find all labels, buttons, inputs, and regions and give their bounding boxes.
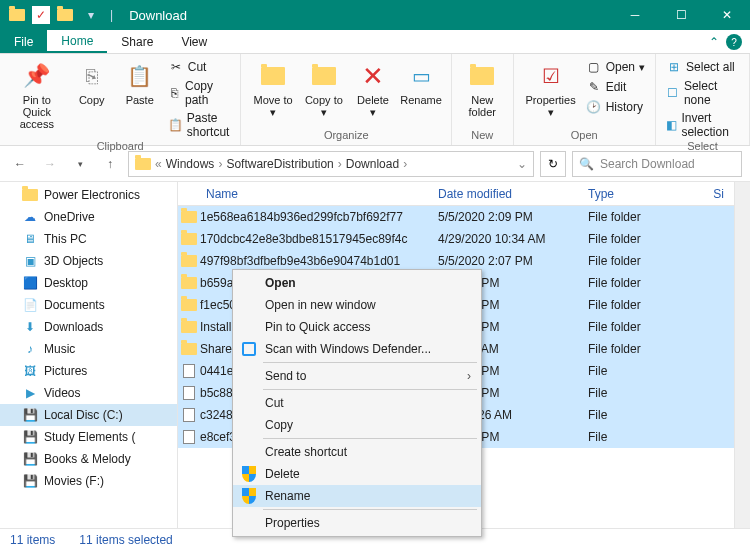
ctx-scan-defender[interactable]: Scan with Windows Defender... <box>233 338 481 360</box>
breadcrumb-windows[interactable]: Windows <box>166 157 215 171</box>
col-size[interactable]: Si <box>688 187 734 201</box>
new-folder-button[interactable]: New folder <box>460 58 505 120</box>
tab-home[interactable]: Home <box>47 30 107 53</box>
help-icon[interactable]: ? <box>726 34 742 50</box>
sidebar-item[interactable]: ⬇Downloads <box>0 316 177 338</box>
cut-button[interactable]: ✂Cut <box>166 58 233 76</box>
edit-button[interactable]: ✎Edit <box>584 78 647 96</box>
tab-share[interactable]: Share <box>107 30 167 53</box>
col-name[interactable]: Name <box>178 187 438 201</box>
sidebar-item[interactable]: 🖥This PC <box>0 228 177 250</box>
ctx-send-to[interactable]: Send to› <box>233 365 481 387</box>
sidebar-item[interactable]: ♪Music <box>0 338 177 360</box>
sidebar-item[interactable]: 🟦Desktop <box>0 272 177 294</box>
qat-folder-icon[interactable] <box>54 4 76 26</box>
ctx-create-shortcut[interactable]: Create shortcut <box>233 441 481 463</box>
refresh-button[interactable]: ↻ <box>540 151 566 177</box>
search-input[interactable]: 🔍 Search Download <box>572 151 742 177</box>
folder-icon <box>178 211 200 223</box>
sidebar-item[interactable]: Power Electronics <box>0 184 177 206</box>
pc-icon: 🖥 <box>22 231 38 247</box>
file-type: File folder <box>588 254 688 268</box>
folder-icon <box>178 277 200 289</box>
close-button[interactable]: ✕ <box>704 0 750 30</box>
qat-dropdown-icon[interactable]: ▾ <box>80 4 102 26</box>
history-button[interactable]: 🕑History <box>584 98 647 116</box>
breadcrumb-softwaredistribution[interactable]: SoftwareDistribution <box>226 157 333 171</box>
desktop-icon: 🟦 <box>22 275 38 291</box>
ctx-open[interactable]: Open <box>233 272 481 294</box>
rename-button[interactable]: ▭Rename <box>399 58 443 108</box>
sidebar-item[interactable]: 📄Documents <box>0 294 177 316</box>
copy-button[interactable]: ⎘Copy <box>70 58 114 108</box>
sidebar-item[interactable]: ☁OneDrive <box>0 206 177 228</box>
sidebar-item[interactable]: 💾Local Disc (C:) <box>0 404 177 426</box>
ctx-copy[interactable]: Copy <box>233 414 481 436</box>
sidebar-item[interactable]: 🖼Pictures <box>0 360 177 382</box>
search-icon: 🔍 <box>579 157 594 171</box>
ctx-open-new-window[interactable]: Open in new window <box>233 294 481 316</box>
minimize-button[interactable]: ─ <box>612 0 658 30</box>
group-open-label: Open <box>522 129 648 141</box>
sidebar-item-label: 3D Objects <box>44 254 103 268</box>
shield-icon <box>241 466 257 482</box>
folder-icon <box>178 255 200 267</box>
col-type[interactable]: Type <box>588 187 688 201</box>
forward-button[interactable]: → <box>38 152 62 176</box>
file-name: 1e568ea6184b936ed299fcb7bf692f77 <box>200 210 438 224</box>
file-date: 4/29/2020 10:34 AM <box>438 232 588 246</box>
address-bar[interactable]: « Windows› SoftwareDistribution› Downloa… <box>128 151 534 177</box>
sidebar-item[interactable]: ▣3D Objects <box>0 250 177 272</box>
col-date[interactable]: Date modified <box>438 187 588 201</box>
vertical-scrollbar[interactable] <box>734 182 750 528</box>
delete-button[interactable]: ✕Delete ▾ <box>351 58 395 120</box>
paste-button[interactable]: 📋Paste <box>118 58 162 108</box>
tab-view[interactable]: View <box>167 30 221 53</box>
copy-to-button[interactable]: Copy to ▾ <box>301 58 347 120</box>
invert-selection-button[interactable]: ◧Invert selection <box>664 110 741 140</box>
qat-checkbox-icon[interactable]: ✓ <box>32 6 50 24</box>
sidebar-item-label: This PC <box>44 232 87 246</box>
recent-dropdown-icon[interactable]: ▾ <box>68 152 92 176</box>
ctx-pin-quick-access[interactable]: Pin to Quick access <box>233 316 481 338</box>
file-icon <box>178 430 200 444</box>
file-type: File <box>588 430 688 444</box>
breadcrumb-download[interactable]: Download <box>346 157 399 171</box>
titlebar: ✓ ▾ | Download ─ ☐ ✕ <box>0 0 750 30</box>
properties-button[interactable]: ☑Properties ▾ <box>522 58 580 120</box>
copy-path-button[interactable]: ⎘Copy path <box>166 78 233 108</box>
table-row[interactable]: 170dcbc42e8e3bdbe81517945ec89f4c4/29/202… <box>178 228 734 250</box>
sidebar-item[interactable]: 💾Study Elements ( <box>0 426 177 448</box>
file-date: 5/5/2020 2:07 PM <box>438 254 588 268</box>
ctx-cut[interactable]: Cut <box>233 392 481 414</box>
sidebar-item-label: Music <box>44 342 75 356</box>
sidebar-item[interactable]: ▶Videos <box>0 382 177 404</box>
folder-icon <box>178 299 200 311</box>
move-to-button[interactable]: Move to ▾ <box>249 58 296 120</box>
folder-icon <box>178 343 200 355</box>
ctx-delete[interactable]: Delete <box>233 463 481 485</box>
select-none-button[interactable]: ☐Select none <box>664 78 741 108</box>
table-row[interactable]: 1e568ea6184b936ed299fcb7bf692f775/5/2020… <box>178 206 734 228</box>
back-button[interactable]: ← <box>8 152 32 176</box>
disk-icon: 💾 <box>22 429 38 445</box>
sidebar-item[interactable]: 💾Books & Melody <box>0 448 177 470</box>
file-date: 5/5/2020 2:09 PM <box>438 210 588 224</box>
select-all-button[interactable]: ⊞Select all <box>664 58 741 76</box>
status-selected: 11 items selected <box>79 533 172 547</box>
open-button[interactable]: ▢Open ▾ <box>584 58 647 76</box>
paste-shortcut-button[interactable]: 📋Paste shortcut <box>166 110 233 140</box>
sidebar-item[interactable]: 💾Movies (F:) <box>0 470 177 492</box>
sidebar-item-label: Local Disc (C:) <box>44 408 123 422</box>
sidebar-item-label: Pictures <box>44 364 87 378</box>
up-button[interactable]: ↑ <box>98 152 122 176</box>
vid-icon: ▶ <box>22 385 38 401</box>
maximize-button[interactable]: ☐ <box>658 0 704 30</box>
disk-icon: 💾 <box>22 473 38 489</box>
ribbon-collapse-icon[interactable]: ⌃ <box>702 30 726 53</box>
tab-file[interactable]: File <box>0 30 47 53</box>
doc-icon: 📄 <box>22 297 38 313</box>
ctx-properties[interactable]: Properties <box>233 512 481 534</box>
ctx-rename[interactable]: Rename <box>233 485 481 507</box>
pin-quick-access-button[interactable]: 📌Pin to Quick access <box>8 58 66 132</box>
